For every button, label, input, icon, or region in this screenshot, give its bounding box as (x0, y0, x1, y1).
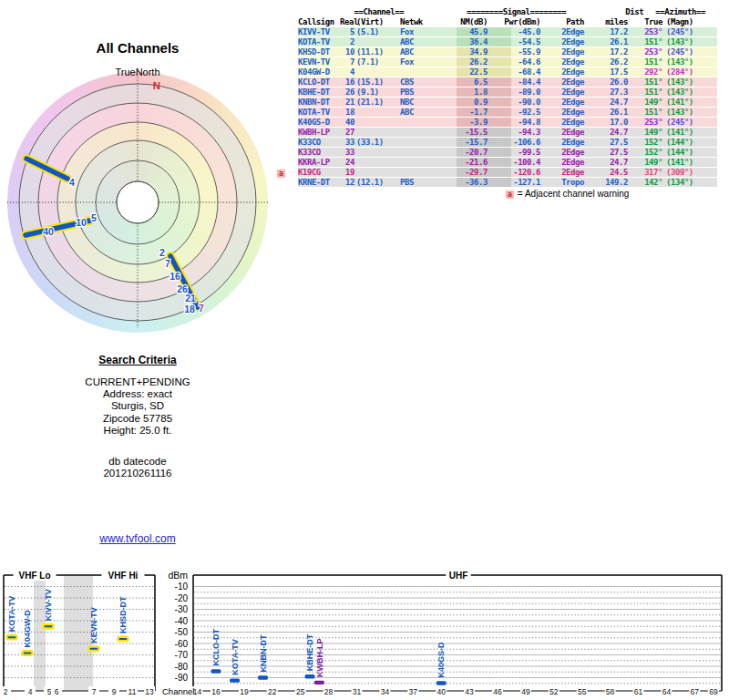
cell-miles: 24.7 (584, 158, 628, 167)
table-row: K19CG19-29.7-120.62Edge24.5317°(309°) (298, 168, 717, 177)
cell-magn: (309°) (662, 168, 710, 177)
cell-miles: 149.2 (584, 178, 628, 187)
bar-callsign-label: KOTA-TV (231, 639, 240, 674)
cell-netwk: PBS (389, 178, 422, 187)
criteria-line: CURRENT+PENDING (18, 376, 257, 388)
group-header-cell: ==Channel== (349, 7, 409, 16)
cell-virt (354, 108, 389, 117)
cell-true: 151° (628, 37, 662, 46)
cell-virt: (33.1) (354, 138, 389, 147)
db-datecode: db datecode201210261116 (18, 456, 257, 479)
cell-path: 2Edge (540, 108, 584, 117)
cell-pwr: -64.6 (488, 57, 540, 67)
cell-nm: -3.9 (422, 118, 488, 127)
cell-miles: 17.0 (584, 118, 628, 127)
table-row: KRNE-DT12(12.1)PBS-36.3-127.1Tropo149.21… (298, 178, 717, 187)
svg-text:2: 2 (4, 687, 8, 696)
cell-pwr: -127.1 (488, 178, 540, 187)
cell-real: 19 (340, 168, 354, 177)
cell-path: 2Edge (540, 138, 584, 147)
cell-true: 253° (628, 27, 662, 36)
table-row: KWBH-LP27-15.5-94.32Edge24.7149°(141°) (298, 128, 717, 137)
cell-pwr: -92.5 (488, 108, 540, 117)
criteria-line: Height: 25.0 ft. (18, 425, 257, 437)
cell-callsign: K33CO (298, 138, 340, 147)
svg-text:31: 31 (353, 687, 362, 696)
cell-path: 2Edge (540, 118, 584, 127)
cell-magn: (143°) (662, 88, 710, 97)
svg-text:11: 11 (128, 687, 137, 696)
cell-virt: (7.1) (354, 57, 389, 67)
cell-miles: 27.5 (584, 148, 628, 157)
bar-callsign-label: K04GW-D (23, 610, 32, 648)
svg-text:-30: -30 (175, 604, 189, 614)
bar-callsign-label: KCLO-DT (211, 629, 221, 666)
tvfool-link[interactable]: www.tvfool.com (0, 532, 275, 545)
table-row: KCLO-DT16(15.1)CBS6.5-84.42Edge26.0151°(… (298, 77, 717, 87)
svg-text:7: 7 (199, 303, 204, 314)
svg-text:34: 34 (381, 687, 390, 696)
svg-text:28: 28 (324, 687, 334, 696)
cell-real: 16 (340, 77, 354, 87)
cell-pwr: -94.3 (488, 128, 540, 137)
cell-pwr: -68.4 (488, 67, 540, 77)
cell-callsign: KRNE-DT (298, 178, 340, 187)
cell-netwk (389, 148, 422, 157)
group-header-cell: Dist (565, 7, 643, 16)
cell-miles: 27.5 (584, 138, 628, 147)
table-row: K33CO33(33.1)-15.7-106.62Edge27.5152°(14… (298, 138, 717, 147)
svg-text:-70: -70 (175, 650, 189, 660)
cell-netwk: ABC (389, 37, 422, 46)
cell-path: 2Edge (540, 148, 584, 157)
svg-text:67: 67 (691, 687, 700, 696)
cell-miles: 17.2 (584, 47, 628, 57)
cell-miles: 26.0 (584, 77, 628, 87)
svg-text:Channel: Channel (162, 686, 194, 696)
cell-virt (354, 37, 389, 46)
warning-icon: a (277, 170, 285, 178)
cell-miles: 26.2 (584, 57, 628, 67)
cell-real: 2 (340, 37, 354, 46)
cell-true: 152° (628, 138, 662, 147)
cell-path: 2Edge (540, 77, 584, 87)
cell-pwr: -90.0 (488, 98, 540, 107)
svg-text:2: 2 (159, 247, 165, 258)
cell-miles: 17.2 (584, 27, 628, 36)
cell-magn: (245°) (662, 118, 710, 127)
cell-magn: (143°) (662, 77, 710, 87)
svg-text:43: 43 (465, 687, 474, 696)
cell-miles: 26.1 (584, 108, 628, 117)
cell-miles: 24.7 (584, 98, 628, 107)
group-header-cell (298, 7, 349, 16)
cell-real: 33 (340, 148, 354, 157)
db-datecode-line: db datecode (18, 456, 257, 468)
cell-real: 10 (340, 47, 354, 57)
column-header-cell: Path (540, 17, 584, 26)
cell-true: 152° (628, 148, 662, 157)
cell-path: 2Edge (540, 168, 584, 177)
cell-callsign: K04GW-D (298, 67, 340, 77)
cell-magn: (141°) (662, 158, 710, 167)
channel-table: ==Channel==========Signal========Dist==A… (298, 7, 717, 188)
cell-path: 2Edge (540, 158, 584, 167)
cell-magn: (134°) (662, 178, 710, 187)
bar-callsign-label: KNBN-DT (259, 634, 268, 672)
cell-nm: 6.5 (422, 77, 488, 87)
search-criteria: Search Criteria CURRENT+PENDINGAddress: … (18, 354, 257, 479)
table-row: K33CO33-20.7-99.52Edge27.5152°(144°) (298, 148, 717, 157)
cell-path: 2Edge (540, 27, 584, 36)
cell-netwk (389, 168, 422, 177)
svg-text:-10: -10 (175, 582, 189, 592)
svg-text:UHF: UHF (449, 571, 468, 581)
radar-overlay: 44010527162621187All ChannelsTrueNorthN (0, 7, 275, 343)
cell-true: 151° (628, 88, 662, 97)
criteria-line: Zipcode 57785 (18, 413, 257, 425)
cell-nm: -29.7 (422, 168, 488, 177)
svg-text:37: 37 (409, 687, 418, 696)
cell-pwr: -99.5 (488, 148, 540, 157)
cell-netwk: ABC (389, 108, 422, 117)
cell-miles: 27.3 (584, 88, 628, 97)
svg-text:52: 52 (549, 687, 559, 696)
criteria-line: Sturgis, SD (18, 400, 257, 412)
cell-real: 33 (340, 138, 354, 147)
